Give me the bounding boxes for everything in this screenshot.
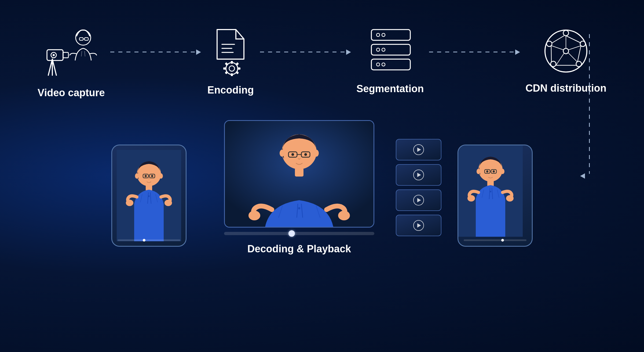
svg-rect-79 (295, 168, 303, 177)
decoding-playback-label: Decoding & Playback (247, 243, 351, 255)
svg-point-100 (467, 195, 475, 202)
svg-point-41 (563, 48, 569, 54)
svg-point-72 (280, 150, 284, 157)
svg-point-65 (126, 200, 133, 206)
phone-right-content (458, 145, 532, 238)
play-button-1[interactable] (413, 144, 424, 155)
progress-knob[interactable] (288, 230, 295, 237)
svg-point-82 (298, 207, 300, 209)
segments-column (396, 139, 441, 236)
segment-3[interactable] (396, 189, 441, 211)
bottom-section: Decoding & Playback (21, 120, 623, 255)
segmentation-label: Segmentation (356, 83, 424, 95)
play-button-4[interactable] (413, 220, 424, 231)
svg-point-28 (382, 33, 385, 37)
svg-rect-21 (223, 67, 226, 70)
arrow-1 (110, 49, 201, 55)
phone-left (111, 145, 186, 247)
svg-line-42 (566, 36, 581, 43)
encoding-icon (206, 24, 255, 78)
svg-line-45 (551, 46, 551, 62)
phone-left-content (112, 145, 186, 246)
svg-rect-25 (225, 71, 228, 74)
svg-point-99 (490, 191, 491, 192)
svg-line-43 (577, 46, 581, 62)
play-button-2[interactable] (413, 170, 424, 180)
svg-point-27 (376, 33, 380, 37)
svg-line-12 (85, 51, 85, 56)
svg-point-66 (164, 200, 172, 206)
svg-point-93 (493, 170, 495, 173)
svg-point-92 (486, 170, 488, 173)
svg-point-83 (248, 211, 260, 220)
svg-rect-24 (236, 71, 239, 74)
svg-point-36 (563, 30, 569, 36)
play-button-3[interactable] (413, 195, 424, 206)
svg-point-38 (576, 61, 581, 67)
svg-line-48 (568, 46, 581, 50)
encoding-label: Encoding (207, 84, 254, 96)
step-video-capture: Video capture (38, 21, 105, 99)
pipeline-row: Video capture (21, 21, 623, 99)
svg-line-51 (551, 46, 564, 50)
svg-rect-29 (371, 44, 410, 55)
svg-rect-22 (236, 62, 239, 66)
svg-point-33 (376, 63, 380, 66)
svg-point-64 (148, 195, 150, 197)
video-player (224, 120, 374, 228)
svg-line-11 (81, 51, 82, 56)
arrow-2 (260, 49, 351, 55)
svg-point-94 (477, 169, 480, 174)
svg-point-31 (382, 48, 385, 51)
svg-line-50 (556, 53, 564, 65)
segment-4[interactable] (396, 215, 441, 236)
progress-bar[interactable] (224, 232, 374, 235)
svg-point-57 (145, 175, 147, 177)
svg-point-34 (382, 63, 385, 66)
svg-point-30 (376, 48, 380, 51)
svg-rect-4 (63, 52, 68, 58)
segment-1[interactable] (396, 139, 441, 160)
svg-point-60 (159, 173, 163, 179)
svg-point-101 (506, 195, 514, 202)
svg-rect-18 (231, 61, 233, 64)
svg-point-77 (291, 153, 294, 156)
video-capture-icon (44, 21, 98, 81)
svg-rect-26 (371, 30, 410, 40)
arrow-3 (429, 49, 520, 55)
svg-line-0 (48, 59, 52, 75)
cdn-arrow (580, 173, 596, 179)
svg-point-59 (135, 173, 139, 179)
svg-rect-3 (47, 50, 63, 60)
svg-point-17 (229, 66, 235, 71)
svg-rect-9 (85, 38, 88, 40)
svg-rect-32 (371, 59, 410, 70)
svg-rect-20 (238, 67, 240, 70)
svg-line-49 (568, 53, 577, 62)
svg-point-58 (151, 175, 153, 177)
svg-rect-8 (79, 38, 83, 40)
phone-right (458, 145, 533, 247)
svg-line-46 (552, 36, 564, 43)
video-capture-label: Video capture (38, 87, 105, 99)
cdn-connector (583, 34, 596, 179)
svg-point-95 (501, 169, 504, 174)
svg-rect-23 (225, 62, 228, 66)
segmentation-icon (363, 26, 417, 77)
main-container: Video capture (0, 0, 644, 352)
step-segmentation: Segmentation (356, 26, 424, 95)
svg-point-84 (338, 211, 350, 220)
segment-2[interactable] (396, 164, 441, 186)
svg-rect-19 (231, 73, 233, 76)
step-encoding: Encoding (206, 24, 255, 96)
svg-line-2 (52, 59, 56, 75)
svg-point-73 (314, 150, 319, 157)
svg-point-78 (304, 153, 307, 156)
video-player-wrapper: Decoding & Playback (208, 120, 390, 255)
svg-point-6 (53, 54, 55, 56)
